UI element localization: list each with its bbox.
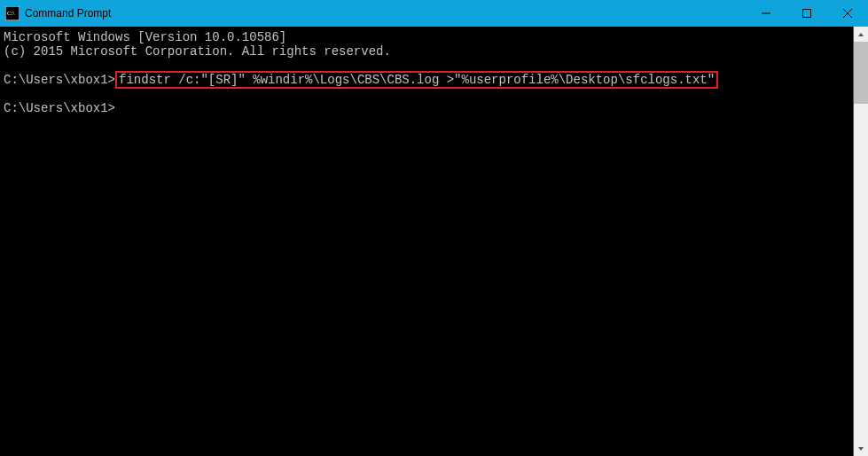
vertical-scrollbar[interactable]: [853, 27, 868, 456]
close-button[interactable]: [827, 0, 868, 27]
svg-text:C:\: C:\: [7, 10, 15, 17]
scroll-thumb[interactable]: [854, 42, 868, 104]
highlighted-command: findstr /c:"[SR]" %windir%\Logs\CBS\CBS.…: [115, 71, 718, 89]
svg-rect-3: [803, 10, 811, 18]
window-title: Command Prompt: [25, 7, 746, 20]
terminal-area: Microsoft Windows [Version 10.0.10586] (…: [0, 27, 868, 456]
terminal-line: Microsoft Windows [Version 10.0.10586]: [4, 30, 286, 44]
cmd-app-icon: C:\: [5, 6, 20, 20]
window-controls: [746, 0, 868, 27]
minimize-button[interactable]: [746, 0, 786, 27]
terminal-output[interactable]: Microsoft Windows [Version 10.0.10586] (…: [0, 27, 853, 456]
window-titlebar[interactable]: C:\ Command Prompt: [0, 0, 868, 27]
svg-marker-7: [858, 447, 864, 451]
svg-marker-6: [858, 33, 864, 36]
maximize-button[interactable]: [786, 0, 827, 27]
prompt-text: C:\Users\xbox1>: [4, 73, 115, 87]
scroll-down-button[interactable]: [854, 441, 868, 456]
scroll-up-button[interactable]: [854, 27, 868, 42]
terminal-line: (c) 2015 Microsoft Corporation. All righ…: [4, 44, 391, 59]
prompt-text: C:\Users\xbox1>: [4, 101, 115, 115]
